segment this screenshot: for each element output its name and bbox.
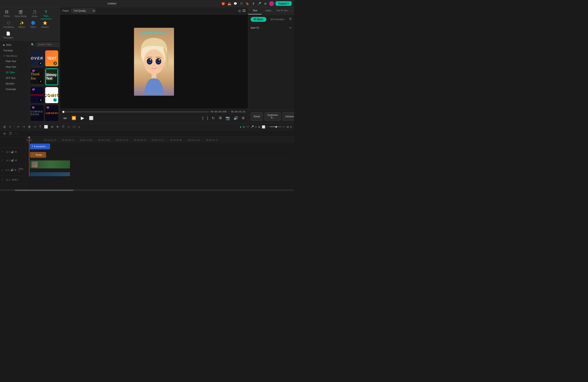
- title-card-curved3d05[interactable]: OVER ⬇ Curved 3D Text 05: [31, 50, 43, 67]
- tl-crop-button[interactable]: ⬜: [43, 124, 49, 129]
- fullscreen-icon[interactable]: 🖼: [242, 9, 246, 13]
- download-icon[interactable]: ⬇: [53, 61, 57, 65]
- volume-icon[interactable]: 🔊: [233, 115, 239, 121]
- tl-bookmark-icon[interactable]: ⬜: [262, 125, 265, 129]
- tree-glow-text[interactable]: Glow Text: [0, 64, 29, 70]
- title-card-curved3d04[interactable]: TEXT ⬇ Curved 3D Text 04: [45, 50, 58, 67]
- tab-transitions[interactable]: ⬡ Transitions: [1, 19, 16, 30]
- tab-filters[interactable]: 🔵 Filters: [28, 19, 39, 30]
- track-copy-icon[interactable]: ⎘: [8, 169, 10, 172]
- download-icon[interactable]: ⬇: [39, 79, 42, 83]
- tl-more-button[interactable]: »: [78, 125, 81, 129]
- tab-stock-media[interactable]: 🎬 Stock Media: [13, 9, 29, 19]
- chat-icon[interactable]: 🗨: [239, 1, 244, 6]
- search-input[interactable]: [36, 42, 60, 47]
- tree-wordart[interactable]: WordArt: [0, 81, 29, 87]
- screenshot-icon[interactable]: 📷: [225, 115, 231, 121]
- title-card-superhero[interactable]: 💜 SUPERHERO ⬇ Superhero Movie 3D Text 02: [31, 87, 43, 103]
- title-card-comic[interactable]: COMIC + Retro Comic 3D Title: [45, 87, 58, 103]
- track-audio-icon[interactable]: 🔊: [11, 151, 14, 153]
- zoom-in-button[interactable]: +: [283, 125, 285, 129]
- tl-grid-button[interactable]: ⊞: [2, 124, 7, 129]
- tl-list-icon[interactable]: ≡: [255, 125, 257, 129]
- mic-icon[interactable]: 🎤: [257, 1, 262, 6]
- track-add-icon[interactable]: ⊕: [6, 178, 8, 181]
- tl-chevron-icon[interactable]: ▾: [290, 125, 292, 129]
- avatar[interactable]: [269, 1, 274, 6]
- track-eye-icon[interactable]: 👁: [15, 151, 17, 153]
- tl-cursor-button[interactable]: ↗: [8, 124, 12, 129]
- right-tab-text[interactable]: Text: [248, 7, 262, 14]
- download-icon[interactable]: ⬇: [39, 61, 42, 65]
- send-icon[interactable]: 📤: [227, 1, 231, 6]
- track-eye-icon[interactable]: 👁: [14, 169, 17, 172]
- zoom-out-button[interactable]: −: [266, 125, 268, 129]
- tl-status-settings[interactable]: ⚙: [243, 125, 245, 129]
- reset-button[interactable]: Reset: [251, 112, 263, 121]
- play-button[interactable]: ▶: [80, 115, 85, 121]
- captions-icon[interactable]: 💬: [233, 1, 238, 6]
- tab-audio[interactable]: 🎵 Audio: [29, 9, 40, 19]
- sub-tab-3d-animation[interactable]: 3D Animation: [268, 17, 287, 22]
- step-back-button[interactable]: ⏪: [71, 115, 77, 121]
- track-add-icon[interactable]: ⊕: [6, 169, 8, 172]
- loop-icon[interactable]: ↻: [211, 115, 216, 121]
- stop-button[interactable]: ⬜: [88, 115, 94, 121]
- track-audio-icon[interactable]: 🔊: [11, 169, 14, 172]
- timeline-scrollbar[interactable]: [0, 190, 294, 191]
- tl-mic-icon[interactable]: 🎤: [251, 125, 254, 129]
- gift-icon[interactable]: 🎁: [221, 1, 226, 6]
- tree-title-effects-header[interactable]: ▼ Title Effects: [0, 53, 29, 58]
- tl-shield-icon[interactable]: 🛡: [246, 125, 249, 129]
- settings-icon[interactable]: ⚙: [241, 115, 246, 121]
- upload-icon[interactable]: ⬆: [251, 1, 256, 6]
- track-clip-audio[interactable]: [30, 172, 70, 176]
- track-clip-title[interactable]: T A wonderful ...: [30, 144, 50, 149]
- tl-freeze-button[interactable]: ❄: [55, 124, 60, 129]
- track-clip-video[interactable]: [30, 160, 70, 169]
- add-media-button[interactable]: ⊕: [2, 131, 7, 136]
- track-copy-icon[interactable]: ⎘: [9, 151, 10, 153]
- add-audio-button[interactable]: 🎵: [8, 131, 13, 136]
- tl-mask-button[interactable]: ◇: [67, 124, 71, 129]
- track-add-icon[interactable]: ⊕: [6, 151, 8, 153]
- progress-bar[interactable]: [63, 112, 209, 112]
- tl-redo-button[interactable]: ↪: [21, 124, 26, 129]
- tl-undo-button[interactable]: ↩: [16, 124, 21, 129]
- tree-trending[interactable]: Trending: [0, 48, 29, 53]
- rewind-button[interactable]: ⏮: [63, 115, 68, 121]
- more-tools-button[interactable]: ⋯: [14, 131, 19, 136]
- tab-titles[interactable]: T Titles: [41, 9, 52, 19]
- panel-expand-icon[interactable]: ⊞: [289, 17, 292, 22]
- tree-mine[interactable]: ▶ Mine: [0, 42, 29, 48]
- plus-icon[interactable]: +: [53, 98, 57, 102]
- tab-stickers[interactable]: ⭐ Stickers: [39, 19, 51, 30]
- tl-layout-icon[interactable]: ⊞: [287, 125, 289, 129]
- right-tab-text-to-speech[interactable]: Text To Spe...: [275, 7, 291, 14]
- tab-templates[interactable]: 📄 Templates: [1, 30, 15, 40]
- tl-transform-button[interactable]: ⊕: [50, 124, 54, 129]
- track-copy-icon[interactable]: ⎘: [9, 178, 10, 181]
- screen-icon[interactable]: 🖥: [218, 115, 223, 121]
- playhead[interactable]: [29, 137, 29, 177]
- tab-effects[interactable]: ✨ Effects: [16, 19, 27, 30]
- title-card-curved3d02[interactable]: 💜 Thank You ⬇ Curved_3D_Text_02: [31, 68, 43, 86]
- track-add-icon[interactable]: ⊕: [6, 159, 8, 162]
- bracket-close-icon[interactable]: }: [206, 115, 209, 121]
- tab-media[interactable]: 🖼 Media: [1, 9, 12, 19]
- advanced-button[interactable]: Advanced: [282, 112, 294, 121]
- quality-select[interactable]: Full Quality High Quality Medium Quality…: [71, 8, 96, 13]
- tl-delete-button[interactable]: 🗑: [27, 125, 32, 129]
- tl-text-button[interactable]: T: [38, 125, 42, 129]
- grid-icon[interactable]: ⊞: [263, 1, 268, 6]
- tl-screen-icon[interactable]: 🖥: [258, 125, 261, 129]
- export-button[interactable]: Export ▾: [276, 1, 292, 6]
- title-card-shinny[interactable]: Shinny Text Shinny 3D Title: [45, 68, 58, 86]
- track-eye-icon[interactable]: 👁: [15, 159, 17, 162]
- tl-pip-button[interactable]: ⬡: [72, 124, 76, 129]
- right-tab-video[interactable]: Video: [262, 7, 275, 14]
- track-clip-tender[interactable]: 🎵 Tender: [30, 152, 46, 158]
- title-card-subhero[interactable]: 💜 SUBHERO Sub Hero: [45, 105, 58, 121]
- tree-3d-titles[interactable]: 3D Titles: [0, 70, 29, 75]
- tl-speed-button[interactable]: ⏱: [61, 125, 66, 129]
